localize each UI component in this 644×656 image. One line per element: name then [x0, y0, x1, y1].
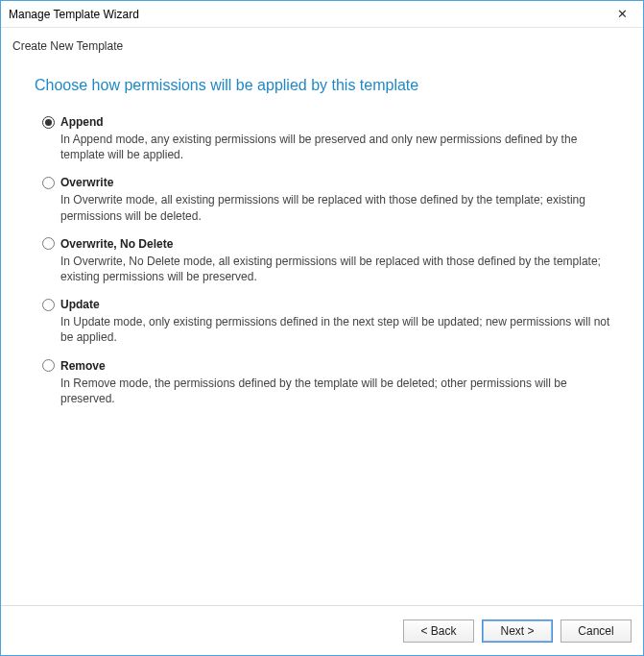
option-label-overwrite[interactable]: Overwrite: [60, 176, 113, 189]
next-button[interactable]: Next >: [482, 620, 553, 643]
option-label-overwrite-no-delete[interactable]: Overwrite, No Delete: [60, 237, 173, 251]
radio-remove[interactable]: [42, 359, 55, 372]
footer: < Back Next > Cancel: [1, 605, 643, 655]
option-desc-append: In Append mode, any existing permissions…: [60, 132, 614, 162]
options-group: Append In Append mode, any existing perm…: [35, 115, 614, 406]
option-row: Overwrite: [42, 176, 614, 189]
close-icon: ✕: [617, 7, 628, 21]
page-heading: Choose how permissions will be applied b…: [35, 77, 614, 94]
radio-update[interactable]: [42, 299, 55, 311]
titlebar: Manage Template Wizard ✕: [1, 1, 643, 28]
option-overwrite: Overwrite In Overwrite mode, all existin…: [42, 176, 614, 223]
back-button[interactable]: < Back: [403, 620, 474, 643]
radio-append[interactable]: [42, 116, 55, 129]
window-title: Manage Template Wizard: [9, 8, 139, 21]
option-overwrite-no-delete: Overwrite, No Delete In Overwrite, No De…: [42, 237, 614, 284]
option-row: Update: [42, 298, 614, 311]
option-row: Overwrite, No Delete: [42, 237, 614, 251]
option-remove: Remove In Remove mode, the permissions d…: [42, 359, 614, 406]
wizard-subtitle: Create New Template: [1, 28, 643, 53]
radio-overwrite[interactable]: [42, 177, 55, 189]
option-append: Append In Append mode, any existing perm…: [42, 115, 614, 162]
wizard-window: Manage Template Wizard ✕ Create New Temp…: [0, 0, 644, 656]
close-button[interactable]: ✕: [601, 1, 643, 27]
content-area: Choose how permissions will be applied b…: [1, 53, 643, 605]
radio-overwrite-no-delete[interactable]: [42, 237, 55, 250]
option-label-remove[interactable]: Remove: [60, 359, 106, 373]
cancel-button[interactable]: Cancel: [561, 620, 632, 643]
option-row: Append: [42, 115, 614, 129]
option-update: Update In Update mode, only existing per…: [42, 298, 614, 345]
option-desc-overwrite-no-delete: In Overwrite, No Delete mode, all existi…: [60, 254, 614, 284]
option-desc-overwrite: In Overwrite mode, all existing permissi…: [60, 192, 614, 223]
option-desc-remove: In Remove mode, the permissions defined …: [60, 376, 614, 406]
option-row: Remove: [42, 359, 614, 373]
option-label-update[interactable]: Update: [60, 298, 100, 311]
option-desc-update: In Update mode, only existing permission…: [60, 314, 614, 345]
option-label-append[interactable]: Append: [60, 115, 104, 129]
